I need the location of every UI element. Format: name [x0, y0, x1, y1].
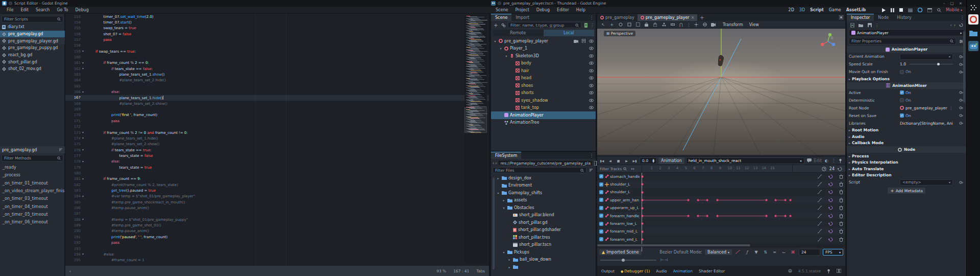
code-line[interactable]: 189#temp.pre_game_shot_01()	[65, 223, 489, 228]
bottom-tab-animation[interactable]: Animation	[673, 269, 693, 273]
maximize-button[interactable]: □	[949, 1, 955, 6]
animation-panel-menu-icon[interactable]: ⋮	[831, 158, 836, 163]
code-line[interactable]: 183get_tree().paused = true	[65, 188, 489, 194]
scene-tree-node[interactable]: hair	[491, 67, 596, 75]
main-window-titlebar[interactable]: pre_gameplay_player.tscn - Thundead - Go…	[489, 0, 980, 7]
keyframe[interactable]	[774, 199, 777, 201]
interpolation-mode-icon[interactable]	[817, 205, 822, 210]
snap-step-field[interactable]: 24	[799, 249, 820, 256]
code-line[interactable]: 158	[65, 43, 489, 49]
code-line[interactable]: 181▾if frame_count == 9:	[65, 176, 489, 182]
script-list-item[interactable]: react_bg.gd	[0, 52, 65, 59]
delete-track-icon[interactable]	[839, 198, 843, 202]
scale-tool-icon[interactable]	[626, 21, 632, 28]
delete-track-icon[interactable]	[839, 190, 843, 194]
snap-unit-dropdown[interactable]: FPS▾	[823, 249, 843, 256]
inspector-object-dropdown[interactable]: AnimationPlayer ▾	[849, 29, 964, 36]
code-line[interactable]: 178▾else:	[65, 159, 489, 165]
eye-icon[interactable]	[589, 39, 594, 43]
ruler-icon[interactable]	[669, 21, 676, 28]
bottom-tab-audio[interactable]: Audio	[656, 269, 667, 273]
bottom-tab-shader-editor[interactable]: Shader Editor	[699, 269, 725, 273]
keyframe[interactable]	[697, 215, 699, 217]
filter-files-input[interactable]: Filter Files	[493, 167, 586, 173]
code-line[interactable]: 171pass	[65, 118, 489, 124]
method-list-item[interactable]: _ready	[0, 164, 65, 171]
fold-arrow-icon[interactable]: ▾	[82, 217, 84, 221]
code-line[interactable]: 190#temp.pause_anim()	[65, 228, 489, 234]
code-line[interactable]: 193	[65, 246, 489, 251]
scene-tree-node[interactable]: syes_shadow	[491, 97, 596, 104]
track-enabled-checkbox[interactable]: ✓	[599, 206, 603, 210]
inspector-section[interactable]: ▸Playback Options	[847, 76, 966, 82]
bezier-curve-icon[interactable]	[734, 249, 741, 255]
inspector-property[interactable]: Movie Quit on FinishOn	[847, 68, 966, 76]
keyframe[interactable]	[789, 199, 792, 201]
perspective-button[interactable]: ⊞ Perspective	[604, 31, 635, 36]
code-line[interactable]: 157pass	[65, 37, 489, 42]
animation-length-value[interactable]: 24	[829, 167, 835, 171]
code-line[interactable]: 194▾#else:	[65, 251, 489, 257]
fold-arrow-icon[interactable]: ▾	[82, 136, 84, 140]
lock-icon[interactable]	[643, 21, 650, 28]
caret-position[interactable]: 167 : 41	[453, 269, 469, 273]
nav-back-button[interactable]: ‹	[493, 160, 494, 166]
add-metadata-button[interactable]: +Add Metadata	[888, 188, 925, 194]
pin-window-button[interactable]	[498, 2, 501, 5]
minimize-button[interactable]: –	[942, 1, 947, 6]
keyframe[interactable]	[706, 215, 708, 217]
code-line[interactable]: 184▾#var temp = $"shot_01/pre_gameplay_p…	[65, 194, 489, 199]
view-menu[interactable]: View	[749, 22, 759, 27]
property-value[interactable]: Dictionary[StringName, Anim	[900, 121, 953, 126]
code-line[interactable]: 160	[65, 54, 489, 60]
code-editor[interactable]: 153timer_07.set_wait_time(2.0)154timer_0…	[65, 14, 489, 266]
track-enabled-checkbox[interactable]: ✓	[599, 237, 603, 241]
workspace-assetlib[interactable]: AssetLib	[846, 8, 866, 12]
current-script-header[interactable]: pre_gameplay.gd	[0, 146, 65, 153]
track-enabled-checkbox[interactable]: ✓	[599, 190, 603, 194]
track-key-area[interactable]	[642, 173, 792, 180]
track-enabled-checkbox[interactable]: ✓	[599, 222, 603, 226]
interpolation-mode-icon[interactable]	[817, 198, 822, 202]
inspector-property[interactable]: Current Animation▾	[847, 53, 966, 60]
code-line[interactable]: 179tears_state = true	[65, 165, 489, 170]
code-line[interactable]: 164#plane_tears_set_2.hide()	[65, 78, 489, 83]
code-line[interactable]: 167plane_tears_set_1.hide()	[65, 95, 489, 101]
eye-icon[interactable]	[589, 69, 594, 73]
nav-forward-button[interactable]: ›	[495, 160, 497, 166]
expander-icon[interactable]: ▸	[496, 176, 500, 180]
property-value[interactable]: On	[900, 70, 953, 74]
selection-box-icon[interactable]	[634, 21, 641, 28]
close-tab-icon[interactable]: ×	[691, 15, 695, 20]
stop-animation-button[interactable]: ■	[615, 157, 622, 164]
renderer-dropdown[interactable]: Mobile ▾	[946, 8, 962, 12]
filesystem-item[interactable]: short_pillar.gd	[495, 219, 596, 226]
code-line[interactable]: 174▾#plane_tears_set_1.hide()	[65, 135, 489, 141]
animation-track[interactable]: ✓forearm_end_L	[597, 236, 845, 243]
menu-editor[interactable]: Editor	[553, 8, 573, 12]
method-list-item[interactable]: _on_video_stream_player_finished	[0, 187, 65, 195]
play-backwards-from-end-button[interactable]: ▮◀	[599, 157, 605, 164]
embed-magnifier-button[interactable]	[937, 8, 941, 12]
object-history-icon[interactable]	[958, 22, 964, 28]
loop-wrap-icon[interactable]	[828, 174, 833, 179]
file-manager-app-icon[interactable]	[968, 28, 978, 38]
method-list-item[interactable]: _on_timer_06_timeout	[0, 218, 65, 226]
key-property-icon[interactable]	[959, 106, 963, 110]
expander-icon[interactable]: ▸	[507, 265, 511, 269]
tab-node[interactable]: Node	[874, 14, 893, 21]
loop-wrap-icon[interactable]	[828, 237, 833, 242]
function-icon[interactable]: ƒ	[744, 249, 750, 255]
slider-handle[interactable]	[937, 63, 940, 65]
current-path-field[interactable]: res://Pregameplay_cutscene/pre_gameplay_…	[498, 160, 593, 166]
inspector-property[interactable]: Speed Scale1.0	[847, 60, 966, 68]
property-value[interactable]: pre_gameplay_player⋮	[900, 106, 953, 110]
code-line[interactable]: 155swap_tears = true	[65, 26, 489, 31]
keyframe[interactable]	[706, 199, 708, 201]
script-window-titlebar[interactable]: Script Editor - Godot Engine	[0, 0, 489, 7]
code-line[interactable]: 165	[65, 83, 489, 89]
unlock-icon[interactable]	[652, 21, 658, 28]
scene-tree-node[interactable]: body	[491, 60, 596, 67]
movie-maker-button[interactable]	[908, 8, 913, 12]
inspector-section[interactable]: ▸Process	[847, 153, 966, 159]
